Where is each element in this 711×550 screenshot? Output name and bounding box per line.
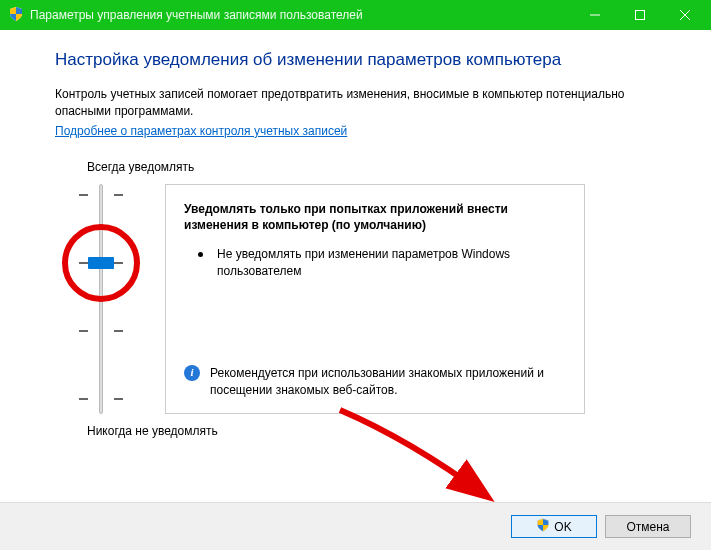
info-icon: i: [184, 365, 200, 381]
uac-shield-icon: [536, 518, 550, 535]
uac-shield-icon: [8, 6, 24, 25]
slider-area: Всегда уведомлять Уведомлять только при …: [55, 160, 671, 438]
level-description-box: Уведомлять только при попытках приложени…: [165, 184, 585, 414]
learn-more-link[interactable]: Подробнее о параметрах контроля учетных …: [55, 124, 347, 138]
slider-thumb[interactable]: [88, 257, 114, 269]
page-heading: Настройка уведомления об изменении парам…: [55, 50, 671, 70]
slider-label-always: Всегда уведомлять: [87, 160, 671, 174]
titlebar: Параметры управления учетными записями п…: [0, 0, 711, 30]
svg-rect-1: [635, 11, 644, 20]
close-button[interactable]: [662, 0, 707, 30]
ok-button[interactable]: OK: [511, 515, 597, 538]
cancel-button[interactable]: Отмена: [605, 515, 691, 538]
main-content: Настройка уведомления об изменении парам…: [0, 30, 711, 438]
cancel-button-label: Отмена: [626, 520, 669, 534]
slider-label-never: Никогда не уведомлять: [87, 424, 671, 438]
window-title: Параметры управления учетными записями п…: [30, 8, 572, 22]
bullet-icon: [198, 252, 203, 257]
window-controls: [572, 0, 707, 30]
level-bullet: Не уведомлять при изменении параметров W…: [198, 246, 566, 280]
level-bullet-text: Не уведомлять при изменении параметров W…: [217, 246, 566, 280]
ok-button-label: OK: [554, 520, 571, 534]
slider-track: [99, 184, 103, 414]
level-recommendation: i Рекомендуется при использовании знаком…: [184, 365, 566, 399]
minimize-button[interactable]: [572, 0, 617, 30]
level-recommendation-text: Рекомендуется при использовании знакомых…: [210, 365, 566, 399]
level-title: Уведомлять только при попытках приложени…: [184, 201, 566, 235]
dialog-footer: OK Отмена: [0, 502, 711, 550]
notification-slider[interactable]: [55, 184, 145, 414]
page-description: Контроль учетных записей помогает предот…: [55, 86, 671, 120]
maximize-button[interactable]: [617, 0, 662, 30]
